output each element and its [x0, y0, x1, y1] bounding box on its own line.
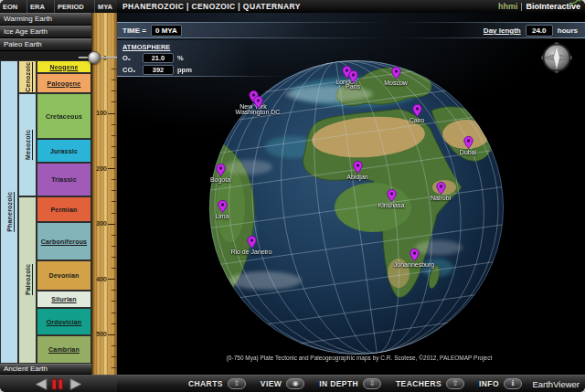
view-icon-glyph: ◉ — [292, 380, 299, 387]
pause-button[interactable] — [52, 379, 63, 389]
mya-tick-300 — [108, 224, 115, 225]
city-pin-nairobi — [436, 182, 446, 195]
o2-unit: % — [177, 54, 194, 62]
eon-phanerozoic[interactable]: Phanerozoic — [0, 60, 18, 364]
mya-minor-tick — [112, 213, 116, 214]
period-label: Cretaceous — [46, 113, 82, 120]
in-depth-icon[interactable]: ⇩ — [363, 378, 381, 389]
city-pin-cairo — [412, 104, 422, 117]
time-label: TIME = — [122, 26, 146, 35]
era-cenozoic[interactable]: Cenozoic — [18, 60, 37, 93]
era-paleozoic[interactable]: Paleozoic — [18, 196, 37, 364]
charts-icon-glyph: ⇧ — [233, 380, 239, 387]
mya-tick-label-400: 400 — [91, 276, 107, 282]
hhmi-biointeractive-brand[interactable]: hhmi BioInteractive — [498, 0, 580, 13]
mya-tick-label-200: 200 — [91, 165, 107, 172]
mya-minor-tick — [112, 356, 116, 357]
era-mesozoic[interactable]: Mesozoic — [18, 93, 37, 196]
hhmi-logo: hhmi — [498, 2, 518, 11]
day-length-value-box[interactable]: 24.0 — [526, 25, 553, 37]
mya-tick-label-500: 500 — [91, 331, 107, 337]
day-length-unit: hours — [558, 26, 578, 35]
period-label: Silurian — [51, 296, 76, 302]
city-pin-rio-de-janeiro — [247, 236, 257, 249]
period-cretaceous[interactable]: Cretaceous — [37, 93, 91, 139]
day-length-label: Day length — [484, 26, 521, 35]
vine-icon — [569, 0, 581, 6]
charts-icon[interactable]: ⇧ — [228, 378, 246, 389]
mya-minor-tick — [112, 157, 116, 158]
compass-control[interactable] — [539, 40, 574, 75]
mya-tick-100 — [108, 113, 115, 114]
co2-label: CO₂ — [122, 66, 139, 74]
play-forward-button[interactable] — [70, 378, 81, 389]
period-permian[interactable]: Permian — [37, 196, 91, 222]
info-button[interactable]: INFOℹ — [479, 378, 522, 389]
timeline-ruler[interactable] — [91, 13, 117, 375]
mya-minor-tick — [112, 179, 116, 180]
mya-minor-tick — [112, 124, 116, 125]
teachers-icon[interactable]: ⇧ — [446, 378, 464, 389]
breadcrumb: PHANEROZOIC | CENOZOIC | QUATERNARY — [122, 0, 301, 13]
earthviewer-logo: EarthViewer — [532, 376, 580, 392]
co2-value-box[interactable]: 392 — [143, 65, 174, 75]
city-pin-bogota — [216, 164, 226, 176]
mya-minor-tick — [112, 246, 116, 247]
period-triassic[interactable]: Triassic — [37, 163, 91, 196]
time-value-box[interactable]: 0 MYA — [151, 25, 182, 37]
teachers-button[interactable]: TEACHERS⇧ — [396, 378, 464, 389]
city-label-washington-dc: Washington DC — [217, 109, 299, 116]
city-label-lima: Lima — [181, 213, 263, 220]
eon-label: Phanerozoic — [6, 192, 13, 232]
mya-tick-200 — [108, 168, 115, 169]
mya-minor-tick — [112, 290, 116, 291]
period-neogene[interactable]: Neogene — [37, 60, 91, 73]
city-label-rio-de-janeiro: Rio de Janeiro — [210, 249, 292, 256]
period-silurian[interactable]: Silurian — [37, 291, 91, 308]
city-label-moscow: Moscow — [355, 79, 437, 87]
paleo-earth-button[interactable]: Paleo Earth — [0, 38, 91, 51]
mya-tick-500 — [108, 334, 115, 335]
mya-minor-tick — [112, 135, 116, 136]
mya-column-header: MYA — [95, 0, 115, 13]
city-pin-washington-dc — [253, 96, 263, 109]
view-label: VIEW — [261, 379, 282, 388]
city-label-bogota: Bogota — [179, 176, 261, 184]
in-depth-button[interactable]: IN DEPTH⇩ — [319, 378, 381, 389]
period-carboniferous[interactable]: Carboniferous — [37, 222, 91, 260]
in-depth-label: IN DEPTH — [319, 379, 358, 388]
time-band: TIME = 0 MYA — [117, 23, 391, 37]
brand-divider — [521, 3, 522, 11]
period-devonian[interactable]: Devonian — [37, 260, 91, 291]
view-button[interactable]: VIEW◉ — [261, 378, 304, 389]
eon-column-header: EON — [0, 0, 27, 13]
mya-minor-tick — [112, 313, 116, 313]
playback-controls — [0, 375, 117, 392]
info-icon[interactable]: ℹ — [504, 378, 522, 389]
city-label-kinshasa: Kinshasa — [350, 202, 432, 209]
charts-button[interactable]: CHARTS⇧ — [188, 378, 246, 389]
era-label: Paleozoic — [25, 264, 31, 295]
city-label-abidjan: Abidjan — [316, 174, 399, 181]
earthviewer-window: EONERAPERIODMYA PHANEROZOIC | CENOZOIC |… — [0, 0, 585, 392]
period-label: Cambrian — [48, 346, 80, 353]
ancient-earth-button[interactable]: Ancient Earth — [0, 364, 91, 375]
ice-age-earth-button[interactable]: Ice Age Earth — [0, 26, 91, 38]
mya-minor-tick — [112, 257, 116, 258]
rewind-button[interactable] — [36, 378, 47, 389]
city-pin-moscow — [391, 67, 401, 79]
info-icon-glyph: ℹ — [511, 380, 514, 387]
mya-minor-tick — [112, 301, 116, 302]
day-length-band: Day length 24.0 hours — [398, 23, 585, 37]
era-label: Cenozoic — [25, 62, 31, 92]
time-slider-knob[interactable] — [88, 51, 101, 64]
mya-minor-tick — [112, 69, 116, 69]
mya-tick-label-100: 100 — [91, 110, 107, 116]
period-paleogene[interactable]: Paleogene — [37, 73, 91, 93]
period-cambrian[interactable]: Cambrian — [37, 335, 91, 364]
view-icon[interactable]: ◉ — [286, 378, 304, 389]
warming-earth-button[interactable]: Warming Earth — [0, 13, 91, 26]
period-ordovician[interactable]: Ordovician — [37, 308, 91, 335]
period-jurassic[interactable]: Jurassic — [37, 139, 91, 163]
o2-value-box[interactable]: 21.0 — [143, 53, 174, 63]
